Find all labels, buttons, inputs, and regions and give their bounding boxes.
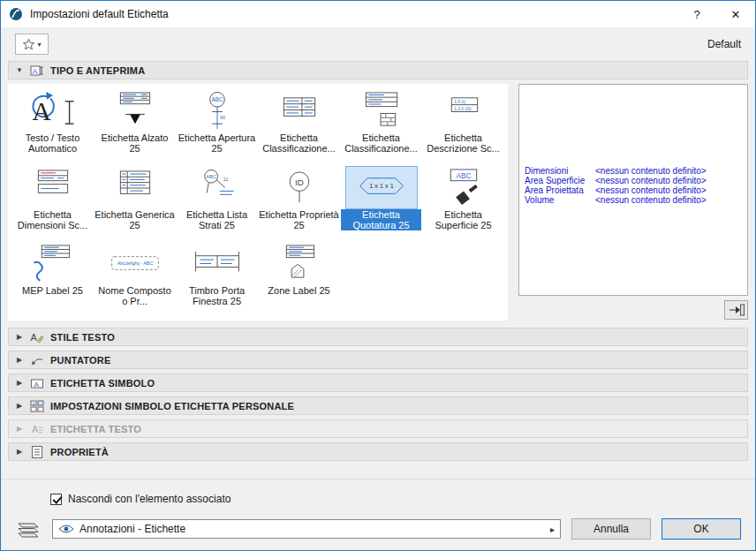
star-icon xyxy=(22,38,35,51)
bottom-area: Nascondi con l'elemento associato Annota… xyxy=(1,479,755,550)
ok-button[interactable]: OK xyxy=(662,518,741,540)
dimensioni-icon xyxy=(18,167,88,208)
label-type-name: Etichetta Classificazione... xyxy=(341,132,421,154)
hide-with-element-row: Nascondi con l'elemento associato xyxy=(1,490,755,508)
label-type-name: Etichetta Apertura 25 xyxy=(177,132,257,154)
transfer-parameters-icon xyxy=(728,303,745,317)
section-header-etichetta-simbolo[interactable]: ▶ A ETICHETTA SIMBOLO xyxy=(8,374,748,392)
label-type-name: Etichetta Proprietà 25 xyxy=(259,209,339,230)
chevron-right-icon: ▶ xyxy=(15,356,24,364)
label-type-name: Etichetta Quotatura 25 xyxy=(341,209,421,230)
layer-selector[interactable]: Annotazioni - Etichette ▸ xyxy=(52,519,561,539)
preview-row: Dimensioni <nessun contenuto definito> xyxy=(525,166,744,176)
quotatura-icon: 1 x 1 x 1 xyxy=(346,167,417,208)
favorites-caret-icon: ▾ xyxy=(37,41,41,49)
label-type-name: Etichetta Classificazione... xyxy=(259,132,339,154)
svg-text:90: 90 xyxy=(219,115,224,120)
favorites-button[interactable]: ▾ xyxy=(15,34,49,55)
etichetta-simbolo-icon: A xyxy=(30,376,44,390)
label-type-item[interactable]: ABC90 Etichetta Apertura 25 xyxy=(176,87,258,164)
settings-stack-icon[interactable] xyxy=(15,519,42,539)
section-header-stile-testo[interactable]: ▶ A STILE TESTO xyxy=(8,328,748,346)
help-button[interactable]: ? xyxy=(677,1,716,27)
section-header-puntatore[interactable]: ▶ PUNTATORE xyxy=(8,351,748,369)
timbro-porta-icon xyxy=(182,243,253,284)
svg-text:A: A xyxy=(34,380,40,388)
svg-text:A: A xyxy=(33,66,38,75)
layer-expand-icon[interactable]: ▸ xyxy=(550,525,555,534)
section-label: TIPO E ANTEPRIMA xyxy=(50,65,145,76)
preview-field-label: Volume xyxy=(525,195,595,205)
preview-field-value: <nessun contenuto definito> xyxy=(595,185,707,195)
svg-text:ABC: ABC xyxy=(206,174,216,179)
eye-icon xyxy=(58,524,74,534)
label-type-item[interactable]: 1.0 (t)1.2.0 (2t) Etichetta Descrizione … xyxy=(422,87,504,164)
section-label: STILE TESTO xyxy=(50,332,115,343)
label-type-item[interactable]: ABC12 Etichetta Lista Strati 25 xyxy=(176,164,258,241)
label-type-item[interactable]: Etichetta Classificazione... xyxy=(340,87,422,164)
section-label: PUNTATORE xyxy=(50,355,110,366)
svg-text:A: A xyxy=(33,401,35,405)
svg-text:A: A xyxy=(32,97,50,125)
apertura-icon: ABC90 xyxy=(182,90,253,132)
hide-with-element-checkbox[interactable] xyxy=(50,494,62,505)
preview-field-label: Area Proiettata xyxy=(525,185,595,195)
preview-row: Area Proiettata <nessun contenuto defini… xyxy=(525,185,744,195)
svg-text:1 x 1 x 1: 1 x 1 x 1 xyxy=(369,182,394,190)
preview-field-value: <nessun contenuto definito> xyxy=(595,195,707,205)
section-label: ETICHETTA TESTO xyxy=(50,424,141,434)
chevron-right-icon: ▶ xyxy=(15,333,24,341)
stile-testo-icon: A xyxy=(30,330,44,344)
close-button[interactable]: ✕ xyxy=(716,1,755,27)
layer-value: Annotazioni - Etichette xyxy=(79,523,185,535)
cancel-button[interactable]: Annulla xyxy=(571,518,651,540)
svg-text:ABC: ABC xyxy=(211,96,223,102)
mep-icon xyxy=(18,243,88,284)
label-type-name: Zone Label 25 xyxy=(268,285,329,296)
label-type-item[interactable]: Etichetta Dimensioni Sc... xyxy=(11,164,94,241)
label-type-name: MEP Label 25 xyxy=(22,285,83,296)
section-header-etichetta-testo[interactable]: ▶ A ETICHETTA TESTO xyxy=(8,419,748,438)
preview-field-label: Area Superficie xyxy=(525,176,595,185)
svg-text:A: A xyxy=(31,332,38,343)
label-type-item[interactable]: A Testo / Testo Automatico xyxy=(11,87,94,164)
preview-field-value: <nessun contenuto definito> xyxy=(595,166,707,176)
preview-field-label: Dimensioni xyxy=(525,166,595,176)
classificazione-1-icon xyxy=(264,90,335,132)
label-type-name: Etichetta Descrizione Sc... xyxy=(423,132,503,154)
transfer-settings-button[interactable] xyxy=(724,300,748,320)
label-type-item[interactable]: 1 x 1 x 1 Etichetta Quotatura 25 xyxy=(340,164,422,241)
label-type-name: Etichetta Dimensioni Sc... xyxy=(12,209,93,230)
titlebar: Impostazioni default Etichetta ? ✕ xyxy=(1,1,755,27)
descrizione-icon: 1.0 (t)1.2.0 (2t) xyxy=(428,90,499,132)
chevron-right-icon: ▶ xyxy=(15,425,24,433)
label-type-item[interactable]: Etichetta Alzato 25 xyxy=(94,87,176,164)
default-label: Default xyxy=(707,38,741,50)
label-type-item[interactable]: Zone Label 25 xyxy=(258,240,340,317)
svg-text:12: 12 xyxy=(223,177,228,181)
label-type-item[interactable]: ID Etichetta Proprietà 25 xyxy=(258,164,340,241)
hide-with-element-label: Nascondi con l'elemento associato xyxy=(68,493,231,505)
svg-text:Abcdefghij - ABC: Abcdefghij - ABC xyxy=(117,260,153,266)
zone-icon xyxy=(264,243,335,284)
svg-text:A: A xyxy=(32,424,39,434)
label-type-item[interactable]: Timbro Porta Finestra 25 xyxy=(176,240,258,317)
label-type-item[interactable]: MEP Label 25 xyxy=(11,240,94,317)
section-header-proprieta[interactable]: ▶ PROPRIETÀ xyxy=(8,442,748,461)
label-type-item[interactable]: Etichetta Classificazione... xyxy=(258,87,340,164)
label-settings-dialog: Impostazioni default Etichetta ? ✕ ▾ Def… xyxy=(0,0,756,551)
label-type-item[interactable]: ABC Etichetta Superficie 25 xyxy=(422,164,504,241)
generica-icon xyxy=(100,167,170,208)
svg-text:ABC: ABC xyxy=(456,170,471,179)
section-header-tipo-anteprima[interactable]: ▼ A TIPO E ANTEPRIMA xyxy=(8,61,748,79)
label-type-item[interactable]: Etichetta Generica 25 xyxy=(94,164,176,241)
app-logo-icon xyxy=(9,7,23,21)
section-header-impostazioni-simbolo[interactable]: ▶ A IMPOSTAZIONI SIMBOLO ETICHETTA PERSO… xyxy=(8,396,748,415)
chevron-right-icon: ▶ xyxy=(15,379,24,387)
label-type-item[interactable]: Abcdefghij - ABC Nome Composto o Pr... xyxy=(94,240,176,317)
label-type-name: Nome Composto o Pr... xyxy=(94,285,175,306)
label-type-name: Etichetta Generica 25 xyxy=(94,209,175,230)
collapsed-sections: ▶ A STILE TESTO ▶ PUNTATORE ▶ A ETICHETT… xyxy=(1,328,755,465)
puntatore-icon xyxy=(30,353,44,367)
preview-panel: Dimensioni <nessun contenuto definito> A… xyxy=(518,84,748,296)
